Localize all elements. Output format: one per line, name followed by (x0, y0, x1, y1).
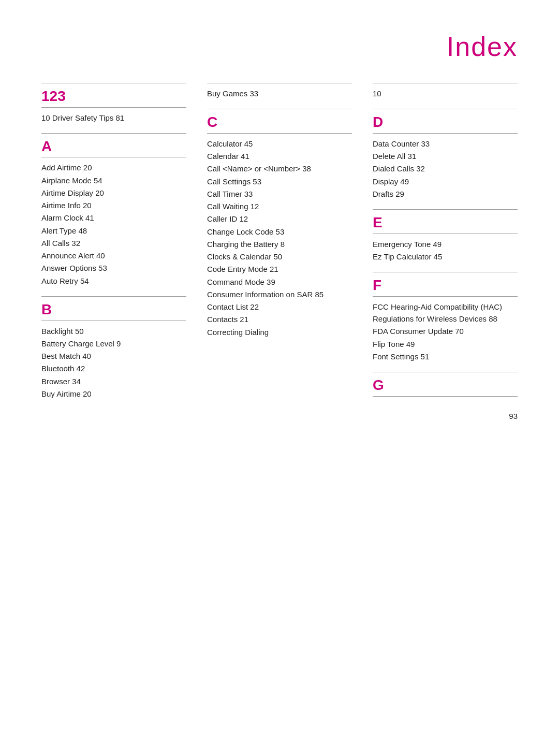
section-letter-divider-c (207, 133, 352, 134)
entry-calendar: Calendar 41 (207, 150, 352, 162)
section-divider-c (207, 109, 352, 109)
entry-calculator: Calculator 45 (207, 138, 352, 150)
section-divider-f (373, 272, 518, 272)
entry-driver-safety-tips: 10 Driver Safety Tips 81 (41, 112, 186, 124)
section-divider-g (373, 372, 518, 372)
entry-airtime-display: Airtime Display 20 (41, 187, 186, 199)
section-f: F FCC Hearing-Aid Compatibility (HAC) Re… (373, 272, 518, 362)
section-e: E Emergency Tone 49 Ez Tip Calculator 45 (373, 209, 518, 263)
section-divider-d (373, 109, 518, 109)
entry-command-mode: Command Mode 39 (207, 276, 352, 288)
entry-caller-id: Caller ID 12 (207, 213, 352, 225)
section-divider-e (373, 209, 518, 210)
section-divider (41, 83, 186, 83)
section-divider-buy-games (207, 83, 352, 83)
entry-call-name-number: Call <Name> or <Number> 38 (207, 163, 352, 175)
page-number: 93 (509, 412, 518, 420)
section-letter-g: G (373, 376, 518, 394)
entry-add-airtime: Add Airtime 20 (41, 162, 186, 173)
section-letter-123: 123 (41, 88, 186, 105)
section-letter-divider-a (41, 157, 186, 157)
entry-clocks-calendar: Clocks & Calendar 50 (207, 251, 352, 263)
section-letter-divider-f (373, 296, 518, 297)
section-b: B Backlight 50 Battery Charge Level 9 Be… (41, 296, 186, 400)
entry-best-match: Best Match 40 (41, 350, 186, 362)
section-divider-a (41, 133, 186, 134)
entry-buy-games: Buy Games 33 (207, 88, 352, 99)
section-letter-divider (41, 107, 186, 108)
entry-call-settings: Call Settings 53 (207, 176, 352, 187)
entry-call-waiting: Call Waiting 12 (207, 200, 352, 212)
entry-airplane-mode: Airplane Mode 54 (41, 175, 186, 186)
column-3: 10 D Data Counter 33 Delete All 31 Diale… (373, 83, 518, 402)
entry-airtime-info: Airtime Info 20 (41, 199, 186, 211)
entry-all-calls: All Calls 32 (41, 237, 186, 249)
page-title: Index (41, 31, 518, 62)
entry-10: 10 (373, 88, 518, 99)
index-columns: 123 10 Driver Safety Tips 81 A Add Airti… (41, 83, 518, 405)
entry-consumer-information: Consumer Information on SAR 85 (207, 288, 352, 300)
section-letter-a: A (41, 138, 186, 155)
section-letter-c: C (207, 113, 352, 131)
entry-flip-tone: Flip Tone 49 (373, 338, 518, 350)
section-letter-f: F (373, 277, 518, 294)
column-2: Buy Games 33 C Calculator 45 Calendar 41… (207, 83, 352, 343)
section-letter-b: B (41, 301, 186, 318)
section-divider-b (41, 296, 186, 297)
entry-fda-consumer-update: FDA Consumer Update 70 (373, 325, 518, 337)
entry-drafts: Drafts 29 (373, 188, 518, 200)
entry-fcc-hearing-aid: FCC Hearing-Aid Compatibility (HAC) Regu… (373, 301, 518, 325)
entry-browser: Browser 34 (41, 375, 186, 387)
entry-alarm-clock: Alarm Clock 41 (41, 212, 186, 224)
entry-battery-charge-level: Battery Charge Level 9 (41, 338, 186, 350)
entry-delete-all: Delete All 31 (373, 150, 518, 162)
index-page: Index 123 10 Driver Safety Tips 81 A Add… (0, 0, 559, 446)
section-d: D Data Counter 33 Delete All 31 Dialed C… (373, 109, 518, 200)
entry-alert-type: Alert Type 48 (41, 225, 186, 237)
entry-display: Display 49 (373, 176, 518, 187)
section-letter-divider-b (41, 321, 186, 321)
entry-buy-airtime: Buy Airtime 20 (41, 388, 186, 400)
entry-contacts: Contacts 21 (207, 313, 352, 325)
entry-announce-alert: Announce Alert 40 (41, 250, 186, 261)
entry-charging-battery: Charging the Battery 8 (207, 238, 352, 250)
entry-data-counter: Data Counter 33 (373, 138, 518, 150)
entry-contact-list: Contact List 22 (207, 301, 352, 313)
section-letter-divider-d (373, 133, 518, 134)
entry-auto-retry: Auto Retry 54 (41, 275, 186, 287)
section-letter-d: D (373, 113, 518, 131)
entry-font-settings: Font Settings 51 (373, 351, 518, 362)
section-g: G (373, 372, 518, 397)
section-123: 123 10 Driver Safety Tips 81 (41, 83, 186, 124)
entry-call-timer: Call Timer 33 (207, 188, 352, 200)
entry-change-lock-code: Change Lock Code 53 (207, 226, 352, 238)
entry-correcting-dialing: Correcting Dialing (207, 326, 352, 338)
section-buy-games: Buy Games 33 (207, 83, 352, 99)
entry-ez-tip-calculator: Ez Tip Calculator 45 (373, 251, 518, 263)
entry-answer-options: Answer Options 53 (41, 262, 186, 274)
section-letter-divider-e (373, 234, 518, 234)
entry-dialed-calls: Dialed Calls 32 (373, 163, 518, 175)
section-divider-10 (373, 83, 518, 83)
section-letter-divider-g (373, 396, 518, 397)
section-10-continuation: 10 (373, 83, 518, 99)
entry-code-entry-mode: Code Entry Mode 21 (207, 263, 352, 275)
entry-emergency-tone: Emergency Tone 49 (373, 238, 518, 250)
section-c: C Calculator 45 Calendar 41 Call <Name> … (207, 109, 352, 338)
section-a: A Add Airtime 20 Airplane Mode 54 Airtim… (41, 133, 186, 287)
entry-backlight: Backlight 50 (41, 325, 186, 337)
column-1: 123 10 Driver Safety Tips 81 A Add Airti… (41, 83, 186, 405)
entry-bluetooth: Bluetooth 42 (41, 362, 186, 374)
section-letter-e: E (373, 214, 518, 231)
